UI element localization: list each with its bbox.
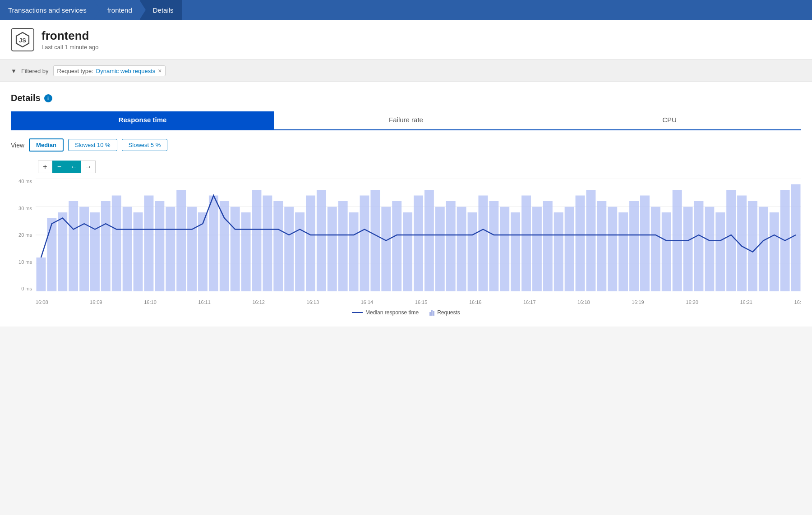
svg-rect-58 bbox=[586, 190, 595, 291]
chart-plot-area bbox=[36, 179, 801, 291]
svg-rect-49 bbox=[489, 201, 498, 291]
svg-rect-42 bbox=[414, 196, 423, 292]
filter-tag-value: Dynamic web requests bbox=[96, 68, 156, 74]
svg-rect-10 bbox=[69, 201, 78, 291]
x-label-11: 16:19 bbox=[632, 299, 644, 305]
tab-response-time[interactable]: Response time bbox=[11, 111, 274, 129]
page-header: JS frontend Last call 1 minute ago bbox=[0, 20, 812, 60]
svg-rect-14 bbox=[112, 196, 121, 292]
svg-rect-71 bbox=[726, 190, 736, 291]
service-info: frontend Last call 1 minute ago bbox=[42, 29, 98, 51]
legend-bar-item: Requests bbox=[429, 309, 460, 316]
svg-rect-26 bbox=[241, 212, 251, 291]
svg-rect-35 bbox=[338, 201, 348, 291]
svg-rect-47 bbox=[468, 212, 477, 291]
x-label-6: 16:14 bbox=[361, 299, 374, 305]
x-label-3: 16:11 bbox=[198, 299, 211, 305]
svg-rect-54 bbox=[543, 201, 553, 291]
svg-rect-69 bbox=[705, 207, 714, 292]
x-label-2: 16:10 bbox=[144, 299, 157, 305]
x-label-14: 16: bbox=[794, 299, 801, 305]
breadcrumb: Transactions and services frontend Detai… bbox=[0, 0, 812, 20]
view-slowest10-button[interactable]: Slowest 10 % bbox=[68, 139, 117, 151]
svg-rect-37 bbox=[360, 196, 369, 292]
svg-rect-51 bbox=[511, 212, 520, 291]
svg-rect-25 bbox=[231, 207, 240, 292]
main-content: Details i Response time Failure rate CPU… bbox=[0, 82, 812, 326]
svg-rect-77 bbox=[791, 184, 801, 292]
y-label-40: 40 ms bbox=[18, 179, 32, 184]
legend-line-color bbox=[352, 312, 363, 313]
svg-rect-40 bbox=[392, 201, 401, 291]
view-median-button[interactable]: Median bbox=[29, 138, 64, 152]
chart-svg bbox=[36, 179, 801, 291]
svg-rect-55 bbox=[554, 212, 563, 291]
filter-bar: ▼ Filtered by Request type: Dynamic web … bbox=[0, 60, 812, 82]
x-label-1: 16:09 bbox=[90, 299, 102, 305]
tab-cpu[interactable]: CPU bbox=[538, 111, 801, 129]
tab-failure-rate[interactable]: Failure rate bbox=[274, 111, 538, 129]
details-header: Details i bbox=[11, 93, 801, 103]
svg-rect-7 bbox=[36, 258, 46, 291]
svg-rect-32 bbox=[306, 196, 315, 292]
svg-rect-63 bbox=[640, 196, 650, 292]
legend-line-label: Median response time bbox=[365, 309, 419, 316]
svg-rect-29 bbox=[273, 201, 283, 291]
svg-rect-13 bbox=[101, 201, 111, 291]
filter-remove-button[interactable]: × bbox=[158, 67, 161, 74]
svg-rect-46 bbox=[457, 207, 466, 292]
svg-rect-38 bbox=[370, 190, 380, 291]
svg-rect-53 bbox=[532, 207, 542, 292]
svg-text:JS: JS bbox=[19, 37, 26, 44]
svg-rect-24 bbox=[220, 201, 229, 291]
x-label-5: 16:13 bbox=[307, 299, 319, 305]
chart-zoom-controls: + − ← → bbox=[38, 161, 96, 173]
chart-y-axis: 40 ms 30 ms 20 ms 10 ms 0 ms bbox=[11, 179, 36, 291]
chart-legend: Median response time Requests bbox=[11, 309, 801, 316]
chart-x-axis: 16:0816:0916:1016:1116:1216:1316:1416:15… bbox=[36, 298, 801, 305]
view-slowest5-button[interactable]: Slowest 5 % bbox=[122, 139, 168, 151]
svg-rect-44 bbox=[435, 207, 445, 292]
service-name: frontend bbox=[42, 29, 98, 43]
svg-rect-56 bbox=[565, 207, 574, 292]
filter-prefix: Filtered by bbox=[21, 68, 49, 74]
svg-rect-9 bbox=[58, 212, 67, 291]
svg-rect-8 bbox=[47, 218, 56, 292]
svg-rect-21 bbox=[187, 207, 197, 292]
breadcrumb-frontend[interactable]: frontend bbox=[95, 0, 140, 20]
svg-rect-19 bbox=[166, 207, 175, 292]
svg-rect-64 bbox=[651, 207, 660, 292]
svg-rect-31 bbox=[295, 212, 304, 291]
svg-rect-62 bbox=[629, 201, 639, 291]
filter-tag-key: Request type: bbox=[57, 68, 93, 74]
svg-rect-75 bbox=[770, 212, 779, 291]
legend-bar-label: Requests bbox=[437, 309, 460, 316]
filter-icon: ▼ bbox=[11, 68, 17, 74]
zoom-in-button[interactable]: + bbox=[38, 161, 52, 173]
info-icon[interactable]: i bbox=[44, 94, 52, 102]
svg-rect-23 bbox=[209, 196, 218, 292]
svg-rect-74 bbox=[759, 207, 768, 292]
zoom-out-button[interactable]: − bbox=[52, 161, 67, 173]
chart-tabs: Response time Failure rate CPU bbox=[11, 111, 801, 130]
svg-rect-20 bbox=[176, 190, 186, 291]
x-label-13: 16:21 bbox=[740, 299, 752, 305]
view-selector: View Median Slowest 10 % Slowest 5 % bbox=[11, 138, 801, 152]
breadcrumb-details[interactable]: Details bbox=[140, 0, 182, 20]
pan-left-button[interactable]: ← bbox=[67, 161, 81, 173]
breadcrumb-transactions[interactable]: Transactions and services bbox=[0, 0, 95, 20]
y-label-0: 0 ms bbox=[21, 286, 32, 291]
svg-rect-30 bbox=[284, 207, 294, 292]
svg-rect-70 bbox=[715, 212, 725, 291]
svg-rect-57 bbox=[576, 196, 585, 292]
x-label-8: 16:16 bbox=[469, 299, 482, 305]
svg-rect-34 bbox=[328, 207, 337, 292]
x-label-4: 16:12 bbox=[252, 299, 265, 305]
x-label-7: 16:15 bbox=[415, 299, 428, 305]
svg-rect-52 bbox=[521, 196, 531, 292]
svg-rect-43 bbox=[424, 190, 434, 291]
svg-rect-16 bbox=[134, 212, 143, 291]
y-label-30: 30 ms bbox=[18, 206, 32, 211]
nodejs-logo-icon: JS bbox=[14, 32, 31, 48]
pan-right-button[interactable]: → bbox=[81, 161, 96, 173]
